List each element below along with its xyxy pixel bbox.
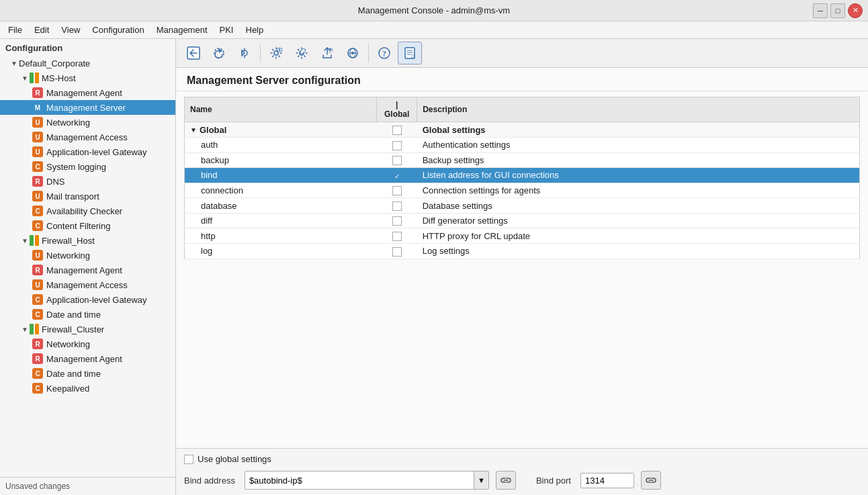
sidebar-item-fw-networking[interactable]: U Networking xyxy=(0,248,175,263)
sidebar-item-management-access[interactable]: U Management Access xyxy=(0,130,175,144)
use-global-checkbox[interactable] xyxy=(184,455,193,464)
sidebar-footer: Unsaved changes xyxy=(0,477,175,495)
expand-icon: ▼ xyxy=(11,60,19,67)
menu-help[interactable]: Help xyxy=(241,24,269,36)
sidebar-item-label: Application-level Gateway xyxy=(46,147,147,157)
checkbox-icon xyxy=(392,232,402,241)
menu-view[interactable]: View xyxy=(56,24,85,36)
bind-address-link-button[interactable] xyxy=(496,471,516,490)
reload-button[interactable] xyxy=(207,42,231,64)
menu-configuration[interactable]: Configuration xyxy=(87,24,149,36)
sidebar-item-fc-date-time[interactable]: C Date and time xyxy=(0,366,175,381)
sidebar-item-networking[interactable]: U Networking xyxy=(0,115,175,130)
row-global-checkbox[interactable] xyxy=(377,228,417,244)
menu-management[interactable]: Management xyxy=(151,24,213,36)
badge-c: C xyxy=(32,220,43,231)
settings-button[interactable] xyxy=(264,42,288,64)
back-button[interactable] xyxy=(181,42,206,64)
sidebar-item-content-filtering[interactable]: C Content Filtering xyxy=(0,218,175,233)
row-name: ▼ Global xyxy=(185,122,377,138)
reload2-button[interactable] xyxy=(232,42,257,64)
page-title: Management Server configuration xyxy=(176,68,868,91)
close-button[interactable]: ✕ xyxy=(848,3,863,18)
table-row[interactable]: auth Authentication settings xyxy=(185,138,860,153)
sidebar-item-fc-management-agent[interactable]: R Management Agent xyxy=(0,351,175,366)
svg-point-11 xyxy=(351,52,354,54)
sidebar-item-firewall-cluster[interactable]: ▼ Firewall_Cluster xyxy=(0,322,175,336)
sidebar-item-fc-keepalived[interactable]: C Keepalived xyxy=(0,381,175,396)
upload-button[interactable] xyxy=(315,42,339,64)
bind-port-input[interactable] xyxy=(580,473,634,488)
row-description: Global settings xyxy=(417,122,860,138)
menu-pki[interactable]: PKI xyxy=(214,24,239,36)
use-global-label: Use global settings xyxy=(198,454,271,464)
checkbox-icon xyxy=(392,201,402,211)
badge-m: M xyxy=(32,102,43,113)
sidebar-item-fw-app-gateway[interactable]: C Application-level Gateway xyxy=(0,292,175,307)
sidebar-item-label: Networking xyxy=(46,251,90,261)
expand-icon: ▼ xyxy=(190,126,197,134)
sidebar-item-app-gateway[interactable]: U Application-level Gateway xyxy=(0,144,175,159)
row-description: Database settings xyxy=(417,198,860,214)
table-row[interactable]: diff Diff generator settings xyxy=(185,213,860,228)
col-global: | Global xyxy=(377,97,417,122)
sidebar-item-availability-checker[interactable]: C Availability Checker xyxy=(0,204,175,218)
table-row[interactable]: backup Backup settings xyxy=(185,152,860,168)
checkbox-icon xyxy=(392,186,402,195)
badge-r: R xyxy=(32,265,43,275)
sidebar-item-fw-management-agent[interactable]: R Management Agent xyxy=(0,263,175,277)
sidebar-item-label: Mail transport xyxy=(46,191,99,201)
sidebar-item-label: Firewall_Cluster xyxy=(42,324,104,334)
toolbar-separator-2 xyxy=(368,44,369,62)
badge-u: U xyxy=(32,117,43,128)
sidebar-item-fw-management-access[interactable]: U Management Access xyxy=(0,277,175,292)
svg-marker-3 xyxy=(242,50,245,56)
sidebar-item-system-logging[interactable]: C System logging xyxy=(0,159,175,174)
sidebar-item-mail-transport[interactable]: U Mail transport xyxy=(0,189,175,204)
table-row[interactable]: database Database settings xyxy=(185,198,860,214)
help-button[interactable]: ? xyxy=(372,42,396,64)
badge-r: R xyxy=(32,353,43,364)
row-global-checkbox[interactable] xyxy=(377,198,417,214)
row-global-checkbox[interactable] xyxy=(377,183,417,198)
bind-address-label: Bind address xyxy=(184,476,235,486)
main-layout: Configuration ▼ Default_Corporate ▼ MS-H… xyxy=(0,39,868,495)
sidebar-item-ms-host[interactable]: ▼ MS-Host xyxy=(0,71,175,85)
host-icon xyxy=(30,235,39,246)
bind-address-dropdown[interactable]: ▼ xyxy=(474,471,488,489)
window-title: Management Console - admin@ms-vm xyxy=(358,5,510,15)
sidebar-header: Configuration xyxy=(0,39,175,56)
view-button[interactable] xyxy=(341,42,365,64)
row-global-checkbox[interactable] xyxy=(377,122,417,138)
bind-address-input[interactable] xyxy=(245,474,474,488)
bottom-panel: Use global settings Bind address ▼ Bind … xyxy=(176,448,868,495)
table-row[interactable]: connection Connection settings for agent… xyxy=(185,183,860,198)
bind-port-link-button[interactable] xyxy=(641,471,661,490)
notes-button[interactable] xyxy=(398,42,422,64)
sidebar-item-default-corporate[interactable]: ▼ Default_Corporate xyxy=(0,56,175,71)
sidebar-item-fc-networking[interactable]: R Networking xyxy=(0,336,175,351)
bind-row: Bind address ▼ Bind port xyxy=(184,471,860,490)
settings2-button[interactable] xyxy=(290,42,314,64)
table-row[interactable]: log Log settings xyxy=(185,243,860,259)
row-global-checkbox[interactable] xyxy=(377,243,417,259)
row-global-checkbox[interactable] xyxy=(377,138,417,153)
table-row[interactable]: http HTTP proxy for CRL update xyxy=(185,228,860,244)
sidebar-item-firewall-host[interactable]: ▼ Firewall_Host xyxy=(0,233,175,248)
menu-edit[interactable]: Edit xyxy=(29,24,54,36)
maximize-button[interactable]: □ xyxy=(830,3,845,18)
row-global-checkbox[interactable] xyxy=(377,213,417,228)
row-global-checkbox[interactable] xyxy=(377,168,417,183)
sidebar-item-dns[interactable]: R DNS xyxy=(0,174,175,189)
sidebar-item-management-agent[interactable]: R Management Agent xyxy=(0,85,175,100)
table-row[interactable]: ▼ Global Global settings xyxy=(185,122,860,138)
sidebar-item-label: Management Agent xyxy=(46,88,122,98)
badge-r: R xyxy=(32,339,43,349)
menu-file[interactable]: File xyxy=(3,24,28,36)
sidebar-item-label: Date and time xyxy=(46,369,101,379)
sidebar-item-management-server[interactable]: M Management Server xyxy=(0,100,175,115)
minimize-button[interactable]: ─ xyxy=(813,3,828,18)
sidebar-item-fw-date-time[interactable]: C Date and time xyxy=(0,307,175,322)
table-row-bind[interactable]: bind Listen address for GUI connections xyxy=(185,168,860,183)
row-global-checkbox[interactable] xyxy=(377,152,417,168)
